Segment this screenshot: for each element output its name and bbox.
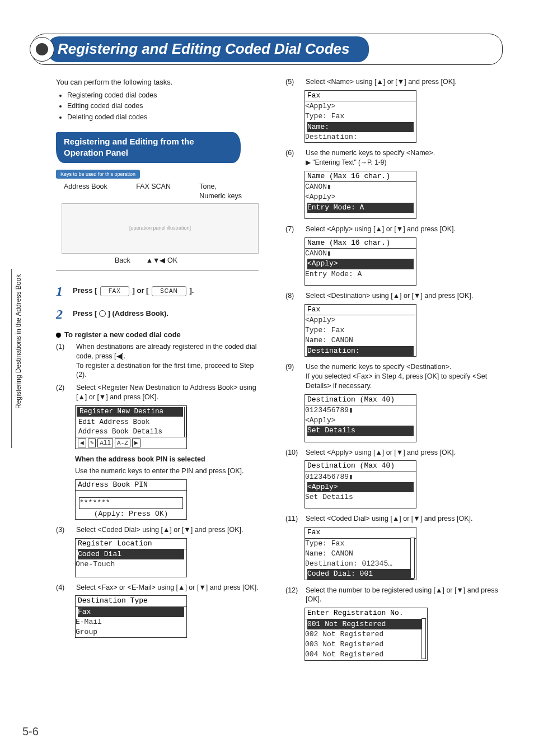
task-item: Registering coded dial codes bbox=[67, 91, 259, 100]
lcd-selected-line: Register New Destina bbox=[77, 407, 183, 417]
pin-note-head: When the address book PIN is selected bbox=[75, 455, 205, 463]
substep-1: (1) When destinations are already regist… bbox=[56, 342, 259, 380]
register-subheading: To register a new coded dial code bbox=[56, 330, 259, 340]
fax-button[interactable]: FAX bbox=[100, 286, 129, 296]
lcd-name-apply: Name (Max 16 char.) CANON▮ <Apply> Entry… bbox=[305, 237, 416, 286]
substep-12: (12)Select the number to be registered u… bbox=[285, 586, 513, 605]
lcd-selected-line: Coded Dial: 001 bbox=[307, 569, 414, 579]
lcd-name-entry: Name (Max 16 char.) CANON▮ <Apply> Entry… bbox=[305, 171, 416, 219]
lcd-selected-line: <Apply> bbox=[307, 482, 414, 492]
step1-prefix: Press [ bbox=[73, 286, 97, 295]
key-label: Numeric keys bbox=[199, 192, 242, 200]
device-panel-image: [operation panel illustration] bbox=[62, 203, 259, 254]
az-filter-button[interactable]: A-Z bbox=[115, 438, 130, 448]
key-label: ▲▼◀ OK bbox=[146, 256, 177, 265]
address-book-key-icon[interactable] bbox=[99, 310, 106, 317]
key-label: Address Book bbox=[64, 182, 107, 201]
edit-icon[interactable]: ✎ bbox=[88, 438, 96, 448]
step-number: 1 bbox=[56, 282, 67, 300]
step-number: 2 bbox=[56, 305, 67, 323]
nav-left-icon[interactable]: ◀ bbox=[78, 438, 86, 448]
step1-suffix: ]. bbox=[189, 286, 194, 295]
lcd-register-new: Register New Destina Edit Address Book A… bbox=[75, 405, 187, 449]
lcd-selected-line: 001 Not Registered bbox=[307, 619, 425, 629]
lcd-selected-line: Name: bbox=[307, 122, 414, 132]
lcd-destination-apply: Destination (Max 40) 0123456789▮ <Apply>… bbox=[305, 460, 416, 508]
step-2: 2 Press [ ] (Address Book). bbox=[56, 305, 259, 323]
lcd-selected-line: Destination: bbox=[307, 346, 414, 356]
task-item: Deleting coded dial codes bbox=[67, 113, 259, 122]
step1-mid: ] or [ bbox=[133, 286, 149, 295]
header-bullet-icon bbox=[30, 37, 54, 62]
lcd-pin: Address Book PIN ******* (Apply: Press O… bbox=[75, 479, 187, 520]
section-header: Registering and Editing Coded Dial Codes bbox=[31, 34, 503, 65]
substep-4: (4) Select <Fax> or <E-Mail> using [▲] o… bbox=[56, 583, 259, 592]
cross-reference: ▶ "Entering Text" (→P. 1-9) bbox=[306, 158, 386, 166]
substep-6: (6) Use the numeric keys to specify <Nam… bbox=[285, 148, 513, 167]
lcd-fax-name: Fax <Apply> Type: Fax Name: Destination: bbox=[305, 90, 416, 143]
key-label: Tone, bbox=[199, 183, 217, 190]
keys-used-tag: Keys to be used for this operation bbox=[56, 170, 140, 179]
lcd-destination-type: Destination Type Fax E-Mail Group bbox=[75, 595, 187, 638]
all-filter-button[interactable]: All bbox=[97, 438, 113, 448]
task-item: Editing coded dial codes bbox=[67, 101, 259, 111]
task-list: Registering coded dial codes Editing cod… bbox=[62, 91, 259, 123]
substep-2: (2) Select <Register New Destination to … bbox=[56, 383, 259, 402]
page-number: 5-6 bbox=[22, 724, 39, 739]
lcd-line: Address Book Details bbox=[76, 427, 184, 437]
lcd-selected-line: Set Details bbox=[307, 426, 414, 436]
substep-3: (3) Select <Coded Dial> using [▲] or [▼]… bbox=[56, 525, 259, 535]
intro-text: You can perform the following tasks. bbox=[56, 77, 259, 87]
scan-button[interactable]: SCAN bbox=[152, 286, 186, 296]
lcd-selected-line: Coded Dial bbox=[78, 549, 184, 559]
nav-right-icon[interactable]: ▶ bbox=[132, 438, 140, 448]
lcd-line: Edit Address Book bbox=[76, 418, 184, 427]
lcd-register-location: Register Location Coded Dial One-Touch bbox=[75, 538, 187, 577]
section-title: Registering and Editing Coded Dial Codes bbox=[48, 36, 369, 62]
substep-9: (9) Use the numeric keys to specify <Des… bbox=[285, 362, 513, 391]
pin-note-body: Use the numeric keys to enter the PIN an… bbox=[75, 466, 259, 476]
key-label: FAX SCAN bbox=[136, 182, 171, 201]
subsection-heading: Registering and Editing from the Operati… bbox=[56, 132, 241, 163]
lcd-fax-coded-dial: Fax Type: Fax Name: CANON Destination: 0… bbox=[305, 527, 416, 580]
side-tab: Registering Destinations in the Address … bbox=[11, 269, 25, 448]
substep-11: (11)Select <Coded Dial> using [▲] or [▼]… bbox=[285, 514, 513, 524]
key-label: Back bbox=[115, 256, 130, 265]
lcd-selected-line: Fax bbox=[78, 607, 184, 617]
step-1: 1 Press [ FAX ] or [ SCAN ]. bbox=[56, 282, 259, 300]
keys-used-box: Keys to be used for this operation Addre… bbox=[56, 169, 259, 272]
substep-5: (5)Select <Name> using [▲] or [▼] and pr… bbox=[285, 77, 513, 87]
lcd-selected-line: <Apply> bbox=[307, 259, 414, 269]
substep-8: (8)Select <Destination> using [▲] or [▼]… bbox=[285, 291, 513, 301]
lcd-destination-entry: Destination (Max 40) 0123456789▮ <Apply>… bbox=[305, 394, 416, 442]
lcd-registration-number: Enter Registration No. 001 Not Registere… bbox=[305, 608, 428, 660]
substep-7: (7)Select <Apply> using [▲] or [▼] and p… bbox=[285, 225, 513, 234]
lcd-selected-line: Entry Mode: A bbox=[307, 203, 414, 213]
substep-10: (10)Select <Apply> using [▲] or [▼] and … bbox=[285, 448, 513, 458]
lcd-fax-destination: Fax <Apply> Type: Fax Name: CANON Destin… bbox=[305, 304, 416, 357]
